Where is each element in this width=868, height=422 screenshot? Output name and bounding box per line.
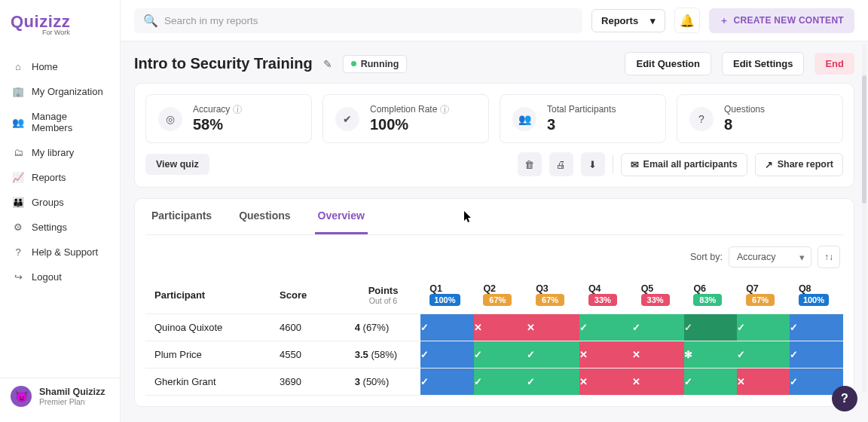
stat-accuracy: ◎ Accuracyi 58% xyxy=(145,94,312,143)
scrollbar-thumb[interactable] xyxy=(862,75,866,203)
th-q6: Q683% xyxy=(684,276,737,314)
info-icon[interactable]: i xyxy=(233,105,242,114)
answer-cell: ✓ xyxy=(737,341,790,368)
tab-participants[interactable]: Participants xyxy=(148,199,215,234)
answer-cell: ✓ xyxy=(420,341,474,368)
search-icon: 🔍 xyxy=(143,14,158,28)
sidebar-item-label: Reports xyxy=(32,172,66,183)
tab-questions[interactable]: Questions xyxy=(236,199,293,234)
table-row[interactable]: Plum Price 4550 3.5 (58%) ✓✓✓✕✕✻✓✓ xyxy=(145,341,843,368)
people-icon: 👥 xyxy=(512,107,536,131)
plus-icon: ＋ xyxy=(720,14,729,27)
members-icon: 👥 xyxy=(12,117,24,128)
swap-icon: ↑↓ xyxy=(824,252,833,262)
email-all-label: Email all participants xyxy=(643,159,738,170)
email-all-button[interactable]: ✉ Email all participants xyxy=(621,153,747,176)
sidebar-item-help[interactable]: ?Help & Support xyxy=(0,240,120,265)
th-q8: Q8100% xyxy=(790,276,843,314)
stat-participants-value: 3 xyxy=(547,116,616,133)
end-button[interactable]: End xyxy=(815,53,854,75)
answer-cell: ✕ xyxy=(474,314,527,341)
sidebar-item-home[interactable]: ⌂Home xyxy=(0,54,120,79)
print-button[interactable]: 🖨 xyxy=(549,152,573,176)
help-fab[interactable]: ? xyxy=(832,386,857,411)
answer-cell: ✓ xyxy=(737,314,790,341)
answer-cell: ✓ xyxy=(790,341,843,368)
answer-cell: ✓ xyxy=(474,341,527,368)
cell-score: 4550 xyxy=(270,341,346,368)
sidebar-item-settings[interactable]: ⚙Settings xyxy=(0,215,120,240)
check-circle-icon: ✔ xyxy=(335,107,359,131)
divider xyxy=(613,155,613,173)
edit-question-button[interactable]: Edit Question xyxy=(625,52,711,75)
stat-accuracy-value: 58% xyxy=(193,116,242,133)
sort-direction-button[interactable]: ↑↓ xyxy=(818,246,840,268)
th-participant: Participant xyxy=(145,276,270,314)
share-label: Share report xyxy=(778,159,833,170)
sort-select[interactable]: Accuracy xyxy=(729,246,811,268)
sidebar-item-library[interactable]: 🗂My library xyxy=(0,140,120,165)
info-icon[interactable]: i xyxy=(440,105,449,114)
table-row[interactable]: Gherkin Grant 3690 3 (50%) ✓✓✓✕✕✓✕✓ xyxy=(145,368,843,396)
user-card[interactable]: 😈 Shamil Quizizz Premier Plan xyxy=(0,378,120,414)
cell-points: 4 (67%) xyxy=(346,314,421,341)
th-q5: Q533% xyxy=(632,276,685,314)
groups-icon: 👪 xyxy=(12,197,24,208)
page-header: Intro to Security Training ✎ Running Edi… xyxy=(121,41,868,83)
settings-icon: ⚙ xyxy=(12,222,24,233)
page-title: Intro to Security Training xyxy=(134,55,313,72)
search-wrap[interactable]: 🔍 xyxy=(134,8,582,33)
cell-score: 3690 xyxy=(270,368,346,396)
cell-points: 3 (50%) xyxy=(346,368,421,396)
answer-cell: ✓ xyxy=(527,341,579,368)
stats-panel: ◎ Accuracyi 58% ✔ Completion Ratei 100% … xyxy=(134,83,854,188)
cell-name: Plum Price xyxy=(145,341,270,368)
tab-overview[interactable]: Overview xyxy=(315,199,368,234)
answer-cell: ✓ xyxy=(527,368,579,396)
printer-icon: 🖨 xyxy=(556,159,566,170)
notifications-button[interactable]: 🔔 xyxy=(674,8,700,33)
trash-icon: 🗑 xyxy=(524,159,534,170)
cell-score: 4600 xyxy=(270,314,346,341)
topbar: 🔍 Reports ▾ 🔔 ＋ CREATE NEW CONTENT xyxy=(121,0,868,41)
answer-cell: ✓ xyxy=(790,314,843,341)
sidebar-item-members[interactable]: 👥Manage Members xyxy=(0,104,120,140)
answer-cell: ✓ xyxy=(579,314,632,341)
answer-cell: ✕ xyxy=(579,341,632,368)
stat-accuracy-label: Accuracy xyxy=(193,104,230,115)
answer-cell: ✓ xyxy=(420,368,474,396)
th-q4: Q433% xyxy=(579,276,632,314)
sidebar-item-org[interactable]: 🏢My Organization xyxy=(0,79,120,104)
delete-button[interactable]: 🗑 xyxy=(518,152,542,176)
search-input[interactable] xyxy=(164,15,573,26)
sidebar-item-reports[interactable]: 📈Reports xyxy=(0,165,120,190)
sidebar-item-label: Groups xyxy=(32,197,64,208)
sidebar-item-logout[interactable]: ↪Logout xyxy=(0,265,120,289)
sidebar: Quizizz For Work ⌂Home🏢My Organization👥M… xyxy=(0,0,121,422)
stat-completion: ✔ Completion Ratei 100% xyxy=(322,94,489,143)
cell-name: Gherkin Grant xyxy=(145,368,270,396)
answer-cell: ✕ xyxy=(632,368,685,396)
stat-completion-label: Completion Rate xyxy=(370,104,437,115)
view-quiz-button[interactable]: View quiz xyxy=(145,154,209,175)
mail-icon: ✉ xyxy=(631,159,639,170)
target-icon: ◎ xyxy=(158,107,182,131)
edit-settings-button[interactable]: Edit Settings xyxy=(722,52,804,75)
tabs: ParticipantsQuestionsOverview xyxy=(145,199,843,235)
sidebar-item-groups[interactable]: 👪Groups xyxy=(0,190,120,215)
cell-name: Quinoa Quixote xyxy=(145,314,270,341)
user-name: Shamil Quizizz xyxy=(39,387,105,397)
edit-title-icon[interactable]: ✎ xyxy=(323,58,332,70)
section-dropdown[interactable]: Reports ▾ xyxy=(591,9,665,32)
download-button[interactable]: ⬇ xyxy=(581,152,605,176)
logout-icon: ↪ xyxy=(12,271,24,283)
stat-completion-value: 100% xyxy=(370,116,449,133)
create-content-button[interactable]: ＋ CREATE NEW CONTENT xyxy=(709,8,854,33)
th-q7: Q767% xyxy=(737,276,790,314)
share-report-button[interactable]: ↗ Share report xyxy=(755,153,843,176)
status-chip: Running xyxy=(343,55,408,73)
th-score: Score xyxy=(270,276,346,314)
table-row[interactable]: Quinoa Quixote 4600 4 (67%) ✓✕✕✓✓✓✓✓ xyxy=(145,314,843,341)
sort-label: Sort by: xyxy=(690,252,723,262)
sidebar-item-label: Home xyxy=(32,61,58,72)
